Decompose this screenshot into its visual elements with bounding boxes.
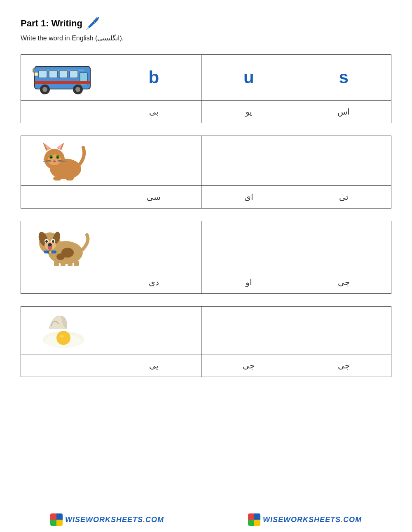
svg-rect-12 xyxy=(35,73,38,76)
egg-letter-3[interactable] xyxy=(296,307,391,354)
pencil-icon: 🖊️ xyxy=(86,16,100,30)
egg-letter-2[interactable] xyxy=(201,307,296,354)
svg-point-34 xyxy=(56,253,65,260)
footer: WISEWORKSHEETS.COM WISEWORKSHEETS.COM xyxy=(0,513,412,526)
bus-icon xyxy=(33,58,94,95)
svg-rect-48 xyxy=(74,261,79,266)
svg-rect-45 xyxy=(54,261,59,266)
bus-hint-s: اس xyxy=(296,101,391,123)
svg-rect-3 xyxy=(49,70,57,78)
egg-hint-3: جی xyxy=(296,354,391,377)
cat-letter-3[interactable] xyxy=(296,136,391,186)
svg-point-23 xyxy=(50,157,52,158)
dog-hint-1: دی xyxy=(106,271,201,294)
egg-table: یی جی جی xyxy=(21,306,391,377)
dog-letter-2[interactable] xyxy=(201,221,296,271)
footer-logo-left xyxy=(50,513,63,526)
svg-point-43 xyxy=(48,243,52,246)
bus-letter-s: s xyxy=(296,55,391,101)
svg-rect-47 xyxy=(68,261,73,266)
footer-logo-right xyxy=(248,513,260,526)
svg-rect-13 xyxy=(33,68,35,73)
egg-hint-1: یی xyxy=(106,354,201,377)
cat-hint-2: ای xyxy=(201,186,296,209)
svg-point-56 xyxy=(60,335,64,338)
egg-image-cell xyxy=(21,307,106,354)
svg-point-41 xyxy=(45,240,48,243)
svg-rect-4 xyxy=(59,70,68,78)
cat-letter-2[interactable] xyxy=(201,136,296,186)
cat-hint-3: تی xyxy=(296,186,391,209)
svg-rect-2 xyxy=(39,70,47,78)
cat-hint-empty xyxy=(21,186,106,209)
svg-point-55 xyxy=(56,331,70,345)
cat-image-cell xyxy=(21,136,106,186)
dog-letter-3[interactable] xyxy=(296,221,391,271)
page-header: Part 1: Writing 🖊️ xyxy=(21,16,391,30)
bus-letter-u: u xyxy=(201,55,296,101)
cat-hint-1: سی xyxy=(106,186,201,209)
svg-rect-46 xyxy=(61,261,66,266)
egg-hint-empty xyxy=(21,354,106,377)
svg-rect-11 xyxy=(35,81,90,84)
part-title: Part 1: Writing xyxy=(21,18,82,29)
bus-hint-empty xyxy=(21,101,106,123)
egg-letter-1[interactable] xyxy=(106,307,201,354)
svg-point-24 xyxy=(57,157,59,158)
dog-table: دی او جی xyxy=(21,221,391,294)
dog-image-cell xyxy=(21,221,106,271)
dog-icon xyxy=(37,225,90,266)
cat-letter-1[interactable] xyxy=(106,136,201,186)
svg-point-8 xyxy=(42,87,47,92)
cat-table: سی ای تی xyxy=(21,136,391,209)
footer-text-left: WISEWORKSHEETS.COM xyxy=(65,516,164,524)
bus-image-cell xyxy=(21,55,106,101)
dog-hint-3: جی xyxy=(296,271,391,294)
footer-text-right: WISEWORKSHEETS.COM xyxy=(263,516,362,524)
dog-hint-empty xyxy=(21,271,106,294)
svg-point-10 xyxy=(75,87,80,92)
egg-hint-2: جی xyxy=(201,354,296,377)
svg-rect-5 xyxy=(70,70,78,78)
cat-icon xyxy=(39,139,88,180)
bus-hint-b: بی xyxy=(106,101,201,123)
svg-point-42 xyxy=(52,240,54,243)
bus-hint-u: یو xyxy=(201,101,296,123)
bus-letter-b: b xyxy=(106,55,201,101)
subtitle: Write the word in English (انگلیسی). xyxy=(21,34,391,42)
svg-point-50 xyxy=(49,251,52,253)
dog-hint-2: او xyxy=(201,271,296,294)
dog-letter-1[interactable] xyxy=(106,221,201,271)
svg-point-44 xyxy=(48,246,52,250)
egg-icon xyxy=(39,310,88,349)
footer-brand-left: WISEWORKSHEETS.COM xyxy=(50,513,164,526)
footer-brand-right: WISEWORKSHEETS.COM xyxy=(248,513,362,526)
bus-table: b u s بی یو اس xyxy=(21,54,391,123)
